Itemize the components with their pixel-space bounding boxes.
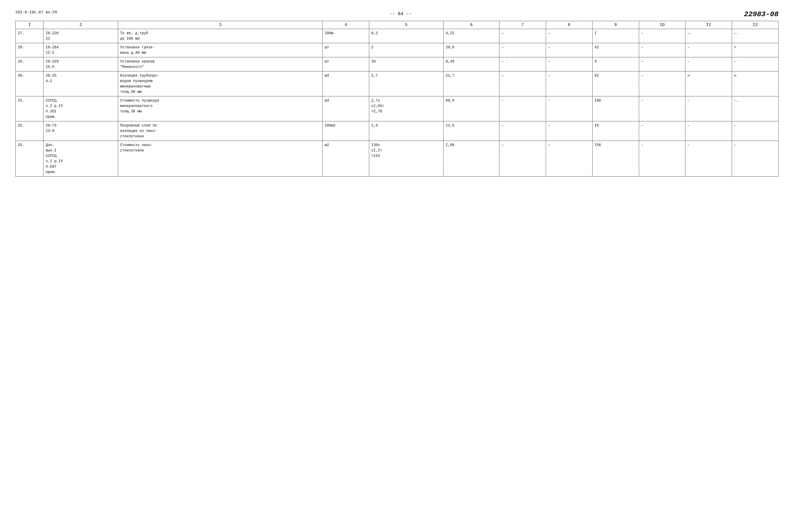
cell-2-num: 29. xyxy=(16,57,43,72)
col-header-2: 2 xyxy=(43,21,118,29)
table-row: 32.26–73 I3–9Покровный слой по изоляции … xyxy=(16,121,779,141)
cell-2-col7: – · xyxy=(499,57,546,72)
cell-3-num: 30. xyxy=(16,72,43,96)
cell-0-col9: I xyxy=(592,29,639,43)
cell-0-col12: –. xyxy=(732,29,779,43)
cell-5-col11: – xyxy=(685,121,732,141)
table-row: 3I.ССРСЦ ч.I р.IУ п.35I прим.Стоимость п… xyxy=(16,96,779,121)
cell-5-col7: – xyxy=(499,121,546,141)
table-row: 33.Доп. вып.I ССРСЦ ч.I р.IУ п.697 прим.… xyxy=(16,141,779,177)
cell-6-col5: I30x xI,I= =I43 xyxy=(369,141,443,177)
cell-2-unit: шт xyxy=(322,57,369,72)
cell-5-col5: I,3 xyxy=(369,121,443,141)
cell-1-col8: – xyxy=(546,43,592,57)
cell-1-code: I8–I84 II–I xyxy=(43,43,118,57)
cell-1-col5: 2 xyxy=(369,43,443,57)
cell-4-code: ССРСЦ ч.I р.IУ п.35I прим. xyxy=(43,96,118,121)
col-header-3: 3 xyxy=(118,21,322,29)
table-row: 30.26–I5 4–2Изоляция трубопро- водов пух… xyxy=(16,72,779,96)
cell-6-col11: – xyxy=(685,141,732,177)
cell-2-col8: – xyxy=(546,57,592,72)
col-header-11: II xyxy=(685,21,732,29)
cell-0-col5: 0,2 xyxy=(369,29,443,43)
cell-5-col12: – xyxy=(732,121,779,141)
cell-0-col8: – xyxy=(546,29,592,43)
cell-0-code: I6–220 22 xyxy=(43,29,118,43)
header-center: -- 84 -- xyxy=(57,10,744,17)
cell-3-col8: – xyxy=(546,72,592,96)
cell-5-num: 32. xyxy=(16,121,43,141)
col-header-12: I2 xyxy=(732,21,779,29)
cell-2-col10: – xyxy=(639,57,685,72)
col-header-5: 5 xyxy=(369,21,443,29)
cell-0-col10: – xyxy=(639,29,685,43)
cell-5-col8: – xyxy=(546,121,592,141)
cell-4-col6: 66,9 xyxy=(444,96,499,121)
cell-5-col9: I6 xyxy=(592,121,639,141)
cell-6-code: Доп. вып.I ССРСЦ ч.I р.IУ п.697 прим. xyxy=(43,141,118,177)
cell-5-desc: Покровный слой по изоляции из лако- стек… xyxy=(118,121,322,141)
cell-4-col7: – xyxy=(499,96,546,121)
cell-3-col11: ∞ xyxy=(685,72,732,96)
cell-4-unit: м3 xyxy=(322,96,369,121)
cell-6-col7: – xyxy=(499,141,546,177)
cell-4-col9: I86 xyxy=(592,96,639,121)
table-row: 28.I8–I84 II–IУстановка грязе- вика д.40… xyxy=(16,43,779,57)
cell-6-unit: м2 xyxy=(322,141,369,177)
cell-4-num: 3I. xyxy=(16,96,43,121)
cell-4-desc: Стоимость пухшнура минераловатного толщ.… xyxy=(118,96,322,121)
cell-3-col7: – xyxy=(499,72,546,96)
table-row: 29.I8–229 I5–5Установка кранов "Маевског… xyxy=(16,57,779,72)
cell-2-code: I8–229 I5–5 xyxy=(43,57,118,72)
col-header-9: 9 xyxy=(592,21,639,29)
cell-1-col11: – xyxy=(685,43,732,57)
cell-4-col8: – xyxy=(546,96,592,121)
cell-3-col5: 2,7 xyxy=(369,72,443,96)
cell-6-desc: Стоимость лако- стеклоткани xyxy=(118,141,322,177)
cell-1-col10: – xyxy=(639,43,685,57)
cell-0-unit: I00м xyxy=(322,29,369,43)
header-right: 22983-08 xyxy=(744,10,779,18)
cell-3-desc: Изоляция трубопро- водов пухшнуром минер… xyxy=(118,72,322,96)
cell-2-desc: Установка кранов "Маевского" xyxy=(118,57,322,72)
main-table: I 2 3 4 5 6 7 8 9 IO II I2 27.I6–220 22Т… xyxy=(15,21,779,177)
cell-1-col7: – xyxy=(499,43,546,57)
cell-2-col12: – xyxy=(732,57,779,72)
header-left: 29I-8-I9c.87 Ал.УП xyxy=(15,10,57,15)
cell-6-col6: I,09 xyxy=(444,141,499,177)
cell-5-code: 26–73 I3–9 xyxy=(43,121,118,141)
cell-0-num: 27. xyxy=(16,29,43,43)
cell-3-col6: 22,7 xyxy=(444,72,499,96)
header: 29I-8-I9c.87 Ал.УП -- 84 -- 22983-08 xyxy=(15,10,779,18)
cell-1-col6: 20,6 xyxy=(444,43,499,57)
cell-6-col8: – xyxy=(546,141,592,177)
cell-3-unit: м3 xyxy=(322,72,369,96)
cell-4-col5: 2,7x xI,03= =2,78 xyxy=(369,96,443,121)
cell-4-col10: – xyxy=(639,96,685,121)
cell-0-desc: То же, д.труб до I00 мм xyxy=(118,29,322,43)
cell-2-col11: – xyxy=(685,57,732,72)
cell-1-col9: 4I xyxy=(592,43,639,57)
table-header-row: I 2 3 4 5 6 7 8 9 IO II I2 xyxy=(16,21,779,29)
cell-2-col5: IO xyxy=(369,57,443,72)
cell-5-col6: I2,6 xyxy=(444,121,499,141)
cell-6-num: 33. xyxy=(16,141,43,177)
cell-3-code: 26–I5 4–2 xyxy=(43,72,118,96)
cell-6-col12: – xyxy=(732,141,779,177)
cell-1-desc: Установка грязе- вика д.40 мм xyxy=(118,43,322,57)
cell-1-unit: шт xyxy=(322,43,369,57)
cell-0-col6: 4,22 xyxy=(444,29,499,43)
cell-2-col6: 0,49 xyxy=(444,57,499,72)
col-header-1: I xyxy=(16,21,43,29)
cell-3-col10: – xyxy=(639,72,685,96)
cell-4-col11: – xyxy=(685,96,732,121)
col-header-6: 6 xyxy=(444,21,499,29)
cell-6-col9: I56 xyxy=(592,141,639,177)
cell-1-col12: = xyxy=(732,43,779,57)
cell-3-col12: ∞ xyxy=(732,72,779,96)
cell-6-col10: – xyxy=(639,141,685,177)
col-header-7: 7 xyxy=(499,21,546,29)
cell-3-col9: 6I xyxy=(592,72,639,96)
cell-5-unit: I00м2 xyxy=(322,121,369,141)
col-header-8: 8 xyxy=(546,21,592,29)
